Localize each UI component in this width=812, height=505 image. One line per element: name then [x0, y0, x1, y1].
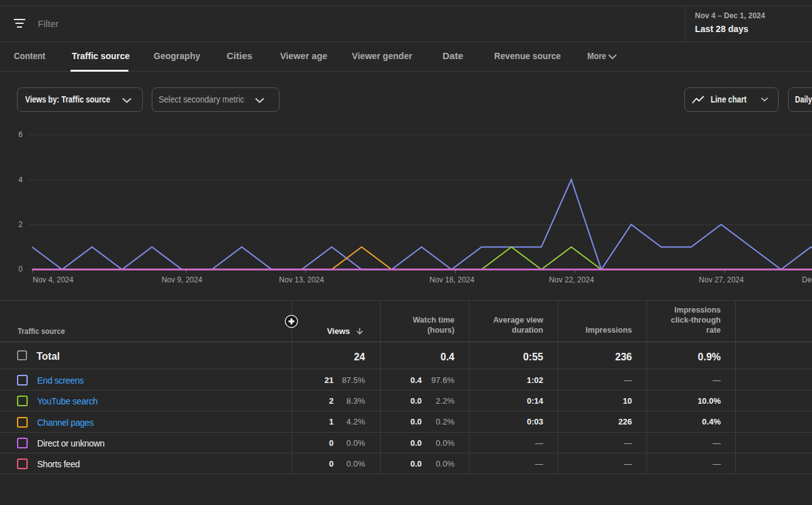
svg-text:6: 6	[18, 130, 23, 139]
svg-text:Nov 13, 2024: Nov 13, 2024	[279, 275, 324, 284]
svg-text:Nov 27, 2024: Nov 27, 2024	[699, 275, 744, 284]
svg-text:0: 0	[18, 265, 23, 274]
svg-text:Nov 4, 2024: Nov 4, 2024	[33, 275, 74, 284]
svg-text:Nov 18, 2024: Nov 18, 2024	[429, 275, 475, 284]
svg-text:Nov 22, 2024: Nov 22, 2024	[549, 275, 594, 284]
svg-text:2: 2	[18, 220, 23, 229]
svg-text:4: 4	[18, 175, 23, 184]
svg-text:Dec 1, 2024: Dec 1, 2024	[802, 275, 812, 284]
svg-text:Nov 9, 2024: Nov 9, 2024	[162, 275, 203, 284]
